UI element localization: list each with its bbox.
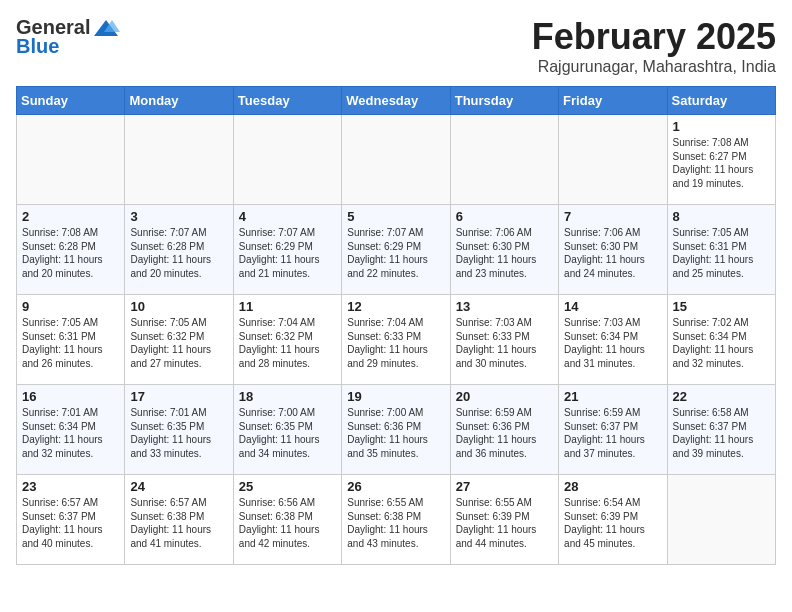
weekday-header-tuesday: Tuesday xyxy=(233,87,341,115)
day-number: 24 xyxy=(130,479,227,494)
title-block: February 2025 Rajgurunagar, Maharashtra,… xyxy=(532,16,776,76)
calendar-day-cell: 25Sunrise: 6:56 AM Sunset: 6:38 PM Dayli… xyxy=(233,475,341,565)
calendar-day-cell: 4Sunrise: 7:07 AM Sunset: 6:29 PM Daylig… xyxy=(233,205,341,295)
day-info: Sunrise: 7:02 AM Sunset: 6:34 PM Dayligh… xyxy=(673,316,770,370)
day-info: Sunrise: 7:07 AM Sunset: 6:28 PM Dayligh… xyxy=(130,226,227,280)
weekday-header-saturday: Saturday xyxy=(667,87,775,115)
day-number: 4 xyxy=(239,209,336,224)
calendar-table: SundayMondayTuesdayWednesdayThursdayFrid… xyxy=(16,86,776,565)
calendar-day-cell: 14Sunrise: 7:03 AM Sunset: 6:34 PM Dayli… xyxy=(559,295,667,385)
day-number: 17 xyxy=(130,389,227,404)
day-info: Sunrise: 7:05 AM Sunset: 6:31 PM Dayligh… xyxy=(673,226,770,280)
calendar-week-row: 23Sunrise: 6:57 AM Sunset: 6:37 PM Dayli… xyxy=(17,475,776,565)
calendar-day-cell: 18Sunrise: 7:00 AM Sunset: 6:35 PM Dayli… xyxy=(233,385,341,475)
weekday-header-friday: Friday xyxy=(559,87,667,115)
day-number: 14 xyxy=(564,299,661,314)
day-number: 19 xyxy=(347,389,444,404)
day-info: Sunrise: 7:00 AM Sunset: 6:35 PM Dayligh… xyxy=(239,406,336,460)
calendar-day-cell: 28Sunrise: 6:54 AM Sunset: 6:39 PM Dayli… xyxy=(559,475,667,565)
calendar-day-cell: 2Sunrise: 7:08 AM Sunset: 6:28 PM Daylig… xyxy=(17,205,125,295)
day-number: 22 xyxy=(673,389,770,404)
calendar-day-cell: 26Sunrise: 6:55 AM Sunset: 6:38 PM Dayli… xyxy=(342,475,450,565)
calendar-day-cell: 3Sunrise: 7:07 AM Sunset: 6:28 PM Daylig… xyxy=(125,205,233,295)
logo: General Blue xyxy=(16,16,122,58)
calendar-empty-cell xyxy=(233,115,341,205)
day-number: 3 xyxy=(130,209,227,224)
calendar-day-cell: 9Sunrise: 7:05 AM Sunset: 6:31 PM Daylig… xyxy=(17,295,125,385)
calendar-empty-cell xyxy=(559,115,667,205)
day-info: Sunrise: 7:07 AM Sunset: 6:29 PM Dayligh… xyxy=(239,226,336,280)
page-header: General Blue February 2025 Rajgurunagar,… xyxy=(16,16,776,76)
day-info: Sunrise: 7:03 AM Sunset: 6:33 PM Dayligh… xyxy=(456,316,553,370)
weekday-header-row: SundayMondayTuesdayWednesdayThursdayFrid… xyxy=(17,87,776,115)
day-number: 20 xyxy=(456,389,553,404)
day-info: Sunrise: 7:04 AM Sunset: 6:33 PM Dayligh… xyxy=(347,316,444,370)
day-number: 27 xyxy=(456,479,553,494)
day-info: Sunrise: 6:57 AM Sunset: 6:37 PM Dayligh… xyxy=(22,496,119,550)
weekday-header-wednesday: Wednesday xyxy=(342,87,450,115)
day-info: Sunrise: 7:06 AM Sunset: 6:30 PM Dayligh… xyxy=(456,226,553,280)
day-number: 21 xyxy=(564,389,661,404)
month-title: February 2025 xyxy=(532,16,776,58)
day-number: 11 xyxy=(239,299,336,314)
day-number: 28 xyxy=(564,479,661,494)
day-info: Sunrise: 7:00 AM Sunset: 6:36 PM Dayligh… xyxy=(347,406,444,460)
calendar-empty-cell xyxy=(342,115,450,205)
calendar-week-row: 2Sunrise: 7:08 AM Sunset: 6:28 PM Daylig… xyxy=(17,205,776,295)
location-subtitle: Rajgurunagar, Maharashtra, India xyxy=(532,58,776,76)
day-number: 16 xyxy=(22,389,119,404)
day-number: 1 xyxy=(673,119,770,134)
logo-blue: Blue xyxy=(16,35,59,58)
calendar-day-cell: 15Sunrise: 7:02 AM Sunset: 6:34 PM Dayli… xyxy=(667,295,775,385)
day-info: Sunrise: 6:57 AM Sunset: 6:38 PM Dayligh… xyxy=(130,496,227,550)
calendar-day-cell: 21Sunrise: 6:59 AM Sunset: 6:37 PM Dayli… xyxy=(559,385,667,475)
day-info: Sunrise: 7:01 AM Sunset: 6:34 PM Dayligh… xyxy=(22,406,119,460)
calendar-day-cell: 19Sunrise: 7:00 AM Sunset: 6:36 PM Dayli… xyxy=(342,385,450,475)
day-info: Sunrise: 7:06 AM Sunset: 6:30 PM Dayligh… xyxy=(564,226,661,280)
day-info: Sunrise: 6:55 AM Sunset: 6:38 PM Dayligh… xyxy=(347,496,444,550)
calendar-day-cell: 11Sunrise: 7:04 AM Sunset: 6:32 PM Dayli… xyxy=(233,295,341,385)
weekday-header-sunday: Sunday xyxy=(17,87,125,115)
calendar-day-cell: 12Sunrise: 7:04 AM Sunset: 6:33 PM Dayli… xyxy=(342,295,450,385)
day-number: 2 xyxy=(22,209,119,224)
calendar-day-cell: 1Sunrise: 7:08 AM Sunset: 6:27 PM Daylig… xyxy=(667,115,775,205)
weekday-header-thursday: Thursday xyxy=(450,87,558,115)
calendar-week-row: 9Sunrise: 7:05 AM Sunset: 6:31 PM Daylig… xyxy=(17,295,776,385)
calendar-day-cell: 13Sunrise: 7:03 AM Sunset: 6:33 PM Dayli… xyxy=(450,295,558,385)
day-number: 9 xyxy=(22,299,119,314)
day-number: 6 xyxy=(456,209,553,224)
day-number: 8 xyxy=(673,209,770,224)
day-info: Sunrise: 6:59 AM Sunset: 6:37 PM Dayligh… xyxy=(564,406,661,460)
day-info: Sunrise: 6:59 AM Sunset: 6:36 PM Dayligh… xyxy=(456,406,553,460)
calendar-empty-cell xyxy=(125,115,233,205)
day-info: Sunrise: 7:08 AM Sunset: 6:28 PM Dayligh… xyxy=(22,226,119,280)
calendar-day-cell: 7Sunrise: 7:06 AM Sunset: 6:30 PM Daylig… xyxy=(559,205,667,295)
day-info: Sunrise: 7:05 AM Sunset: 6:31 PM Dayligh… xyxy=(22,316,119,370)
calendar-day-cell: 10Sunrise: 7:05 AM Sunset: 6:32 PM Dayli… xyxy=(125,295,233,385)
day-info: Sunrise: 6:56 AM Sunset: 6:38 PM Dayligh… xyxy=(239,496,336,550)
calendar-day-cell: 17Sunrise: 7:01 AM Sunset: 6:35 PM Dayli… xyxy=(125,385,233,475)
day-info: Sunrise: 7:03 AM Sunset: 6:34 PM Dayligh… xyxy=(564,316,661,370)
calendar-day-cell: 5Sunrise: 7:07 AM Sunset: 6:29 PM Daylig… xyxy=(342,205,450,295)
weekday-header-monday: Monday xyxy=(125,87,233,115)
day-number: 13 xyxy=(456,299,553,314)
day-number: 5 xyxy=(347,209,444,224)
calendar-day-cell: 27Sunrise: 6:55 AM Sunset: 6:39 PM Dayli… xyxy=(450,475,558,565)
day-number: 7 xyxy=(564,209,661,224)
logo-icon xyxy=(92,18,120,38)
day-number: 12 xyxy=(347,299,444,314)
calendar-day-cell: 8Sunrise: 7:05 AM Sunset: 6:31 PM Daylig… xyxy=(667,205,775,295)
day-info: Sunrise: 7:08 AM Sunset: 6:27 PM Dayligh… xyxy=(673,136,770,190)
calendar-week-row: 1Sunrise: 7:08 AM Sunset: 6:27 PM Daylig… xyxy=(17,115,776,205)
day-number: 15 xyxy=(673,299,770,314)
day-number: 26 xyxy=(347,479,444,494)
day-number: 23 xyxy=(22,479,119,494)
day-info: Sunrise: 7:01 AM Sunset: 6:35 PM Dayligh… xyxy=(130,406,227,460)
day-number: 10 xyxy=(130,299,227,314)
day-info: Sunrise: 6:55 AM Sunset: 6:39 PM Dayligh… xyxy=(456,496,553,550)
day-info: Sunrise: 7:04 AM Sunset: 6:32 PM Dayligh… xyxy=(239,316,336,370)
calendar-day-cell: 20Sunrise: 6:59 AM Sunset: 6:36 PM Dayli… xyxy=(450,385,558,475)
day-info: Sunrise: 7:05 AM Sunset: 6:32 PM Dayligh… xyxy=(130,316,227,370)
calendar-empty-cell xyxy=(667,475,775,565)
calendar-empty-cell xyxy=(450,115,558,205)
